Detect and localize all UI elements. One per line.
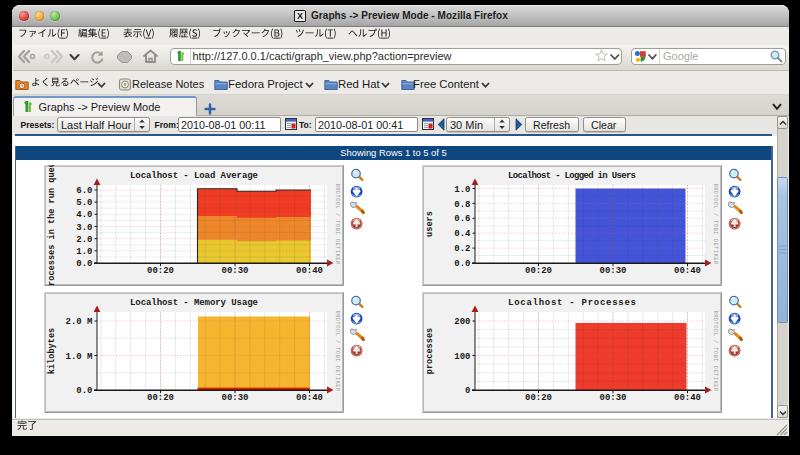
svg-text:00:20: 00:20 bbox=[525, 392, 552, 402]
svg-text:2.0 M: 2.0 M bbox=[65, 317, 92, 327]
svg-text:4.0: 4.0 bbox=[76, 210, 92, 220]
svg-text:200: 200 bbox=[454, 317, 470, 327]
svg-text:00:20: 00:20 bbox=[525, 265, 552, 275]
svg-text:2.0: 2.0 bbox=[76, 234, 92, 244]
svg-text:00:40: 00:40 bbox=[296, 265, 323, 275]
svg-text:3.0: 3.0 bbox=[76, 222, 92, 232]
svg-text:RRDTOOL / TOBI OETIKER: RRDTOOL / TOBI OETIKER bbox=[712, 183, 718, 264]
svg-text:Localhost - Processes: Localhost - Processes bbox=[508, 297, 636, 307]
svg-text:5.0: 5.0 bbox=[76, 198, 92, 208]
svg-text:RRDTOOL / TOBI OETIKER: RRDTOOL / TOBI OETIKER bbox=[712, 310, 718, 391]
svg-text:RRDTOOL / TOBI OETIKER: RRDTOOL / TOBI OETIKER bbox=[334, 310, 340, 391]
svg-text:00:40: 00:40 bbox=[674, 265, 701, 275]
svg-text:00:40: 00:40 bbox=[674, 392, 701, 402]
svg-text:0.0: 0.0 bbox=[454, 259, 470, 269]
svg-text:Localhost - Load Average: Localhost - Load Average bbox=[130, 170, 258, 180]
svg-text:0.4: 0.4 bbox=[454, 229, 471, 239]
svg-text:00:20: 00:20 bbox=[147, 265, 174, 275]
svg-text:100: 100 bbox=[454, 351, 470, 361]
svg-text:1.0: 1.0 bbox=[76, 246, 92, 256]
svg-text:0.0: 0.0 bbox=[76, 259, 92, 269]
svg-text:kilobytes: kilobytes bbox=[47, 327, 57, 373]
svg-text:processes in the run queue: processes in the run queue bbox=[47, 165, 57, 286]
svg-text:00:30: 00:30 bbox=[599, 265, 626, 275]
svg-text:1.0: 1.0 bbox=[454, 184, 470, 194]
svg-text:00:30: 00:30 bbox=[221, 265, 248, 275]
svg-text:Localhost - Logged in Users: Localhost - Logged in Users bbox=[508, 170, 636, 180]
svg-text:1.0 M: 1.0 M bbox=[65, 351, 92, 361]
svg-text:00:20: 00:20 bbox=[147, 392, 174, 402]
svg-text:Localhost - Memory Usage: Localhost - Memory Usage bbox=[130, 297, 258, 307]
svg-text:0: 0 bbox=[465, 386, 470, 396]
svg-text:RRDTOOL / TOBI OETIKER: RRDTOOL / TOBI OETIKER bbox=[334, 183, 340, 264]
svg-text:0.2: 0.2 bbox=[454, 244, 470, 254]
svg-text:0.6: 0.6 bbox=[454, 214, 470, 224]
svg-text:00:30: 00:30 bbox=[599, 392, 626, 402]
svg-text:0.8: 0.8 bbox=[454, 199, 470, 209]
svg-text:6.0: 6.0 bbox=[76, 186, 92, 196]
svg-text:00:30: 00:30 bbox=[221, 392, 248, 402]
svg-text:users: users bbox=[425, 211, 435, 237]
svg-text:0.0: 0.0 bbox=[76, 386, 92, 396]
svg-text:00:40: 00:40 bbox=[296, 392, 323, 402]
svg-text:processes: processes bbox=[425, 327, 435, 373]
